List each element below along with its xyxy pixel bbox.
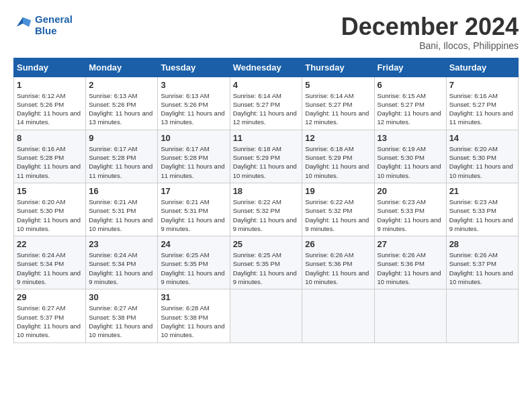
col-sunday: Sunday xyxy=(14,58,86,77)
day-info: Sunrise: 6:21 AMSunset: 5:31 PMDaylight:… xyxy=(161,198,224,232)
day-number: 17 xyxy=(161,186,226,196)
day-info: Sunrise: 6:23 AMSunset: 5:33 PMDaylight:… xyxy=(449,198,513,232)
day-info: Sunrise: 6:14 AMSunset: 5:27 PMDaylight:… xyxy=(305,92,369,126)
table-row: 3Sunrise: 6:13 AMSunset: 5:26 PMDaylight… xyxy=(158,77,230,130)
day-number: 21 xyxy=(449,186,515,196)
day-info: Sunrise: 6:22 AMSunset: 5:32 PMDaylight:… xyxy=(305,198,369,232)
day-number: 5 xyxy=(305,80,371,90)
day-info: Sunrise: 6:26 AMSunset: 5:37 PMDaylight:… xyxy=(449,251,513,285)
table-row: 7Sunrise: 6:16 AMSunset: 5:27 PMDaylight… xyxy=(446,77,518,130)
table-row xyxy=(230,289,302,342)
day-info: Sunrise: 6:27 AMSunset: 5:38 PMDaylight:… xyxy=(89,304,152,338)
table-row xyxy=(302,289,374,342)
day-info: Sunrise: 6:24 AMSunset: 5:34 PMDaylight:… xyxy=(89,251,152,285)
day-number: 7 xyxy=(449,80,515,90)
table-row: 10Sunrise: 6:17 AMSunset: 5:28 PMDayligh… xyxy=(158,130,230,183)
day-number: 4 xyxy=(233,80,300,90)
logo-text-general: General xyxy=(35,13,73,25)
day-info: Sunrise: 6:13 AMSunset: 5:26 PMDaylight:… xyxy=(89,92,152,126)
day-number: 19 xyxy=(305,186,371,196)
table-row: 30Sunrise: 6:27 AMSunset: 5:38 PMDayligh… xyxy=(86,289,158,342)
day-number: 8 xyxy=(17,133,83,143)
svg-marker-1 xyxy=(23,17,31,27)
location-subtitle: Bani, Ilocos, Philippines xyxy=(341,40,519,51)
day-info: Sunrise: 6:26 AMSunset: 5:36 PMDaylight:… xyxy=(305,251,369,285)
day-number: 1 xyxy=(17,80,83,90)
logo-icon xyxy=(13,14,32,33)
table-row: 25Sunrise: 6:25 AMSunset: 5:35 PMDayligh… xyxy=(230,236,302,289)
day-number: 27 xyxy=(378,239,443,249)
day-info: Sunrise: 6:23 AMSunset: 5:33 PMDaylight:… xyxy=(378,198,441,232)
day-number: 23 xyxy=(89,239,154,249)
day-number: 20 xyxy=(378,186,443,196)
col-wednesday: Wednesday xyxy=(230,58,302,77)
table-row: 20Sunrise: 6:23 AMSunset: 5:33 PMDayligh… xyxy=(374,183,446,236)
day-number: 14 xyxy=(449,133,515,143)
day-number: 29 xyxy=(17,292,83,302)
table-row: 5Sunrise: 6:14 AMSunset: 5:27 PMDaylight… xyxy=(302,77,374,130)
col-friday: Friday xyxy=(374,58,446,77)
day-number: 25 xyxy=(233,239,300,249)
day-info: Sunrise: 6:25 AMSunset: 5:35 PMDaylight:… xyxy=(233,251,297,285)
day-info: Sunrise: 6:16 AMSunset: 5:28 PMDaylight:… xyxy=(17,145,81,179)
table-row: 24Sunrise: 6:25 AMSunset: 5:35 PMDayligh… xyxy=(158,236,230,289)
day-number: 30 xyxy=(89,292,154,302)
day-info: Sunrise: 6:24 AMSunset: 5:34 PMDaylight:… xyxy=(17,251,81,285)
table-row: 14Sunrise: 6:20 AMSunset: 5:30 PMDayligh… xyxy=(446,130,518,183)
table-row: 17Sunrise: 6:21 AMSunset: 5:31 PMDayligh… xyxy=(158,183,230,236)
day-info: Sunrise: 6:20 AMSunset: 5:30 PMDaylight:… xyxy=(17,198,81,232)
day-number: 13 xyxy=(378,133,443,143)
day-number: 3 xyxy=(161,80,226,90)
calendar-header-row: Sunday Monday Tuesday Wednesday Thursday… xyxy=(14,58,519,77)
day-number: 31 xyxy=(161,292,226,302)
day-info: Sunrise: 6:17 AMSunset: 5:28 PMDaylight:… xyxy=(161,145,224,179)
calendar-week-row: 22Sunrise: 6:24 AMSunset: 5:34 PMDayligh… xyxy=(14,236,519,289)
table-row: 21Sunrise: 6:23 AMSunset: 5:33 PMDayligh… xyxy=(446,183,518,236)
calendar-week-row: 15Sunrise: 6:20 AMSunset: 5:30 PMDayligh… xyxy=(14,183,519,236)
day-number: 22 xyxy=(17,239,83,249)
table-row: 12Sunrise: 6:18 AMSunset: 5:29 PMDayligh… xyxy=(302,130,374,183)
table-row xyxy=(374,289,446,342)
calendar-body: 1Sunrise: 6:12 AMSunset: 5:26 PMDaylight… xyxy=(14,77,519,342)
table-row: 16Sunrise: 6:21 AMSunset: 5:31 PMDayligh… xyxy=(86,183,158,236)
table-row: 6Sunrise: 6:15 AMSunset: 5:27 PMDaylight… xyxy=(374,77,446,130)
day-info: Sunrise: 6:22 AMSunset: 5:32 PMDaylight:… xyxy=(233,198,297,232)
day-info: Sunrise: 6:21 AMSunset: 5:31 PMDaylight:… xyxy=(89,198,152,232)
month-title: December 2024 xyxy=(341,13,519,40)
calendar-week-row: 8Sunrise: 6:16 AMSunset: 5:28 PMDaylight… xyxy=(14,130,519,183)
col-saturday: Saturday xyxy=(446,58,518,77)
table-row: 29Sunrise: 6:27 AMSunset: 5:37 PMDayligh… xyxy=(14,289,86,342)
day-info: Sunrise: 6:26 AMSunset: 5:36 PMDaylight:… xyxy=(378,251,441,285)
calendar-week-row: 1Sunrise: 6:12 AMSunset: 5:26 PMDaylight… xyxy=(14,77,519,130)
day-info: Sunrise: 6:16 AMSunset: 5:27 PMDaylight:… xyxy=(449,92,513,126)
day-info: Sunrise: 6:12 AMSunset: 5:26 PMDaylight:… xyxy=(17,92,81,126)
day-number: 15 xyxy=(17,186,83,196)
day-number: 24 xyxy=(161,239,226,249)
table-row: 9Sunrise: 6:17 AMSunset: 5:28 PMDaylight… xyxy=(86,130,158,183)
day-number: 6 xyxy=(378,80,443,90)
header: General Blue December 2024 Bani, Ilocos,… xyxy=(13,13,519,51)
day-info: Sunrise: 6:19 AMSunset: 5:30 PMDaylight:… xyxy=(378,145,441,179)
table-row xyxy=(446,289,518,342)
table-row: 13Sunrise: 6:19 AMSunset: 5:30 PMDayligh… xyxy=(374,130,446,183)
day-info: Sunrise: 6:14 AMSunset: 5:27 PMDaylight:… xyxy=(233,92,297,126)
day-number: 9 xyxy=(89,133,154,143)
table-row: 15Sunrise: 6:20 AMSunset: 5:30 PMDayligh… xyxy=(14,183,86,236)
table-row: 18Sunrise: 6:22 AMSunset: 5:32 PMDayligh… xyxy=(230,183,302,236)
day-info: Sunrise: 6:20 AMSunset: 5:30 PMDaylight:… xyxy=(449,145,513,179)
day-number: 28 xyxy=(449,239,515,249)
title-area: December 2024 Bani, Ilocos, Philippines xyxy=(341,13,519,51)
day-info: Sunrise: 6:18 AMSunset: 5:29 PMDaylight:… xyxy=(305,145,369,179)
day-info: Sunrise: 6:28 AMSunset: 5:38 PMDaylight:… xyxy=(161,304,224,338)
calendar-week-row: 29Sunrise: 6:27 AMSunset: 5:37 PMDayligh… xyxy=(14,289,519,342)
day-number: 16 xyxy=(89,186,154,196)
col-thursday: Thursday xyxy=(302,58,374,77)
table-row: 28Sunrise: 6:26 AMSunset: 5:37 PMDayligh… xyxy=(446,236,518,289)
table-row: 4Sunrise: 6:14 AMSunset: 5:27 PMDaylight… xyxy=(230,77,302,130)
day-number: 26 xyxy=(305,239,371,249)
day-number: 11 xyxy=(233,133,300,143)
day-number: 12 xyxy=(305,133,371,143)
table-row: 23Sunrise: 6:24 AMSunset: 5:34 PMDayligh… xyxy=(86,236,158,289)
day-number: 18 xyxy=(233,186,300,196)
day-info: Sunrise: 6:13 AMSunset: 5:26 PMDaylight:… xyxy=(161,92,224,126)
